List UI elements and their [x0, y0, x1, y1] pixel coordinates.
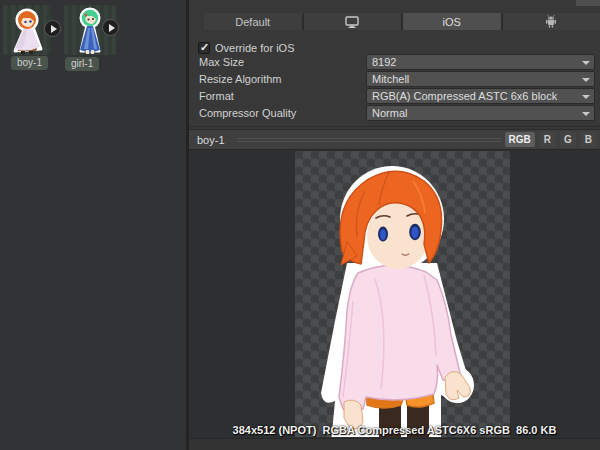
texture-import-inspector: Default iOS — [189, 0, 600, 450]
texture-preview-pane: 384x512 (NPOT) RGBA Compressed ASTC6X6 s… — [189, 150, 600, 438]
channel-r-button[interactable]: R — [540, 132, 555, 147]
compressor-quality-dropdown[interactable]: Normal — [366, 105, 595, 121]
tab-default[interactable]: Default — [204, 13, 302, 30]
scrollbar-notch[interactable] — [576, 0, 600, 6]
channel-buttons: RGB R G B — [505, 132, 596, 147]
play-button-boy-1[interactable] — [44, 20, 61, 37]
android-icon — [545, 15, 557, 28]
tab-standalone[interactable] — [304, 13, 402, 30]
tab-android[interactable] — [503, 13, 600, 30]
max-size-label: Max Size — [199, 56, 244, 68]
resize-algorithm-label: Resize Algorithm — [199, 73, 282, 85]
monitor-icon — [345, 16, 359, 28]
compressor-quality-label: Compressor Quality — [199, 107, 296, 119]
preview-title: boy-1 — [197, 134, 225, 146]
channel-g-button[interactable]: G — [560, 132, 576, 147]
channel-rgb-button[interactable]: RGB — [505, 132, 535, 147]
preview-drag-handle[interactable] — [237, 138, 502, 144]
setting-row-resize-algorithm: Resize Algorithm Mitchell — [199, 71, 595, 87]
override-checkbox[interactable]: ✓ — [198, 42, 210, 54]
override-label: Override for iOS — [215, 42, 294, 54]
texture-preview-sprite — [295, 151, 510, 437]
asset-label-boy-1: boy-1 — [11, 56, 48, 70]
format-dropdown[interactable]: RGB(A) Compressed ASTC 6x6 block — [366, 88, 595, 104]
footer-bar — [189, 438, 600, 450]
tab-ios[interactable]: iOS — [403, 13, 501, 30]
preview-header: boy-1 RGB R G B — [189, 129, 600, 150]
setting-row-compressor-quality: Compressor Quality Normal — [199, 105, 595, 121]
checkmark-icon: ✓ — [200, 41, 209, 54]
asset-label-girl-1: girl-1 — [65, 57, 99, 71]
format-label: Format — [199, 90, 234, 102]
setting-row-max-size: Max Size 8192 — [199, 54, 595, 70]
setting-row-format: Format RGB(A) Compressed ASTC 6x6 block — [199, 88, 595, 104]
tab-default-label: Default — [235, 16, 270, 28]
max-size-dropdown[interactable]: 8192 — [366, 54, 595, 70]
texture-checkerboard — [295, 151, 510, 437]
platform-tabbar: Default iOS — [204, 13, 600, 30]
override-row: ✓ Override for iOS — [198, 41, 294, 54]
play-button-girl-1[interactable] — [102, 19, 119, 36]
resize-algorithm-dropdown[interactable]: Mitchell — [366, 71, 595, 87]
channel-b-button[interactable]: B — [581, 132, 596, 147]
texture-status-text: 384x512 (NPOT) RGBA Compressed ASTC6X6 s… — [189, 424, 600, 436]
asset-grid-sidebar: boy-1 girl-1 — [0, 0, 186, 450]
inspector-preview-splitter[interactable] — [189, 126, 600, 127]
tab-ios-label: iOS — [443, 16, 461, 28]
